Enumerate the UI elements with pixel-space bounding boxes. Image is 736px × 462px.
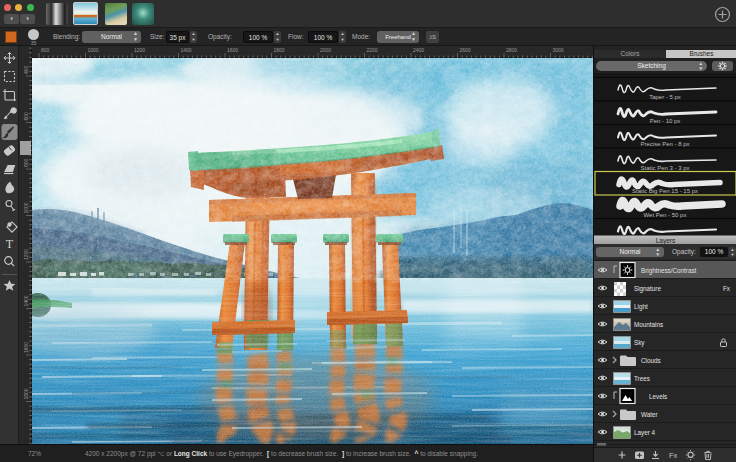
svg-text:1200: 1200 [134, 47, 145, 53]
svg-text:Sky: Sky [634, 339, 645, 347]
svg-text:1400: 1400 [23, 295, 29, 306]
svg-text:2400: 2400 [413, 47, 424, 53]
svg-text:1800: 1800 [274, 47, 285, 53]
svg-text:Mountains: Mountains [634, 321, 663, 328]
svg-text:1200: 1200 [23, 249, 29, 260]
svg-text:1400: 1400 [181, 47, 192, 53]
svg-text:Wet Pen - 50 px: Wet Pen - 50 px [644, 212, 687, 218]
svg-text:Levels: Levels [649, 393, 667, 400]
svg-text:800: 800 [41, 47, 50, 53]
svg-text:Static Pen 3 - 3 px: Static Pen 3 - 3 px [640, 165, 689, 171]
svg-text:2200: 2200 [367, 47, 378, 53]
svg-text:Taper - 5 px: Taper - 5 px [649, 94, 681, 100]
svg-text:400: 400 [23, 65, 29, 74]
svg-text:800: 800 [23, 158, 29, 167]
svg-text:2000: 2000 [320, 47, 331, 53]
svg-text:1600: 1600 [23, 342, 29, 353]
svg-text:3000: 3000 [553, 47, 564, 53]
svg-text:600: 600 [23, 112, 29, 121]
svg-text:T: T [6, 237, 14, 251]
svg-text:Clouds: Clouds [641, 357, 661, 364]
svg-text:Trees: Trees [634, 375, 650, 382]
svg-text:1000: 1000 [88, 47, 99, 53]
svg-text:Static Big Pen 15 - 15 px: Static Big Pen 15 - 15 px [632, 188, 698, 194]
svg-text:2600: 2600 [460, 47, 471, 53]
svg-text:1600: 1600 [227, 47, 238, 53]
svg-text:Brightness/Contrast: Brightness/Contrast [641, 267, 697, 275]
svg-text:1800: 1800 [23, 388, 29, 399]
svg-text:Light: Light [634, 303, 648, 311]
svg-text:Water: Water [641, 411, 658, 418]
svg-text:Fx: Fx [723, 285, 731, 292]
svg-text:Precise Pen - 8 px: Precise Pen - 8 px [640, 141, 689, 147]
svg-text:Layer 4: Layer 4 [634, 429, 656, 437]
svg-text:Pen - 10 px: Pen - 10 px [650, 118, 681, 124]
svg-text:Fx: Fx [669, 451, 678, 460]
svg-text:2800: 2800 [506, 47, 517, 53]
svg-text:Signature: Signature [634, 285, 661, 293]
svg-text:1000: 1000 [23, 202, 29, 213]
